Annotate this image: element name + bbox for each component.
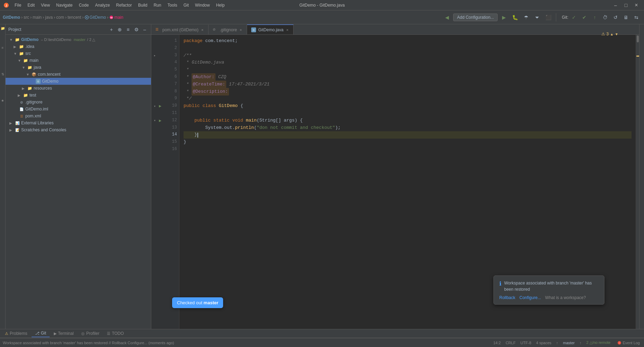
breadcrumb-java[interactable]: java xyxy=(45,15,53,20)
git-label: Git: xyxy=(562,15,568,20)
tree-item-test[interactable]: ▶ 📁 test xyxy=(6,92,151,99)
breadcrumb-com[interactable]: com xyxy=(56,15,64,20)
ln-13: 13 xyxy=(166,124,177,132)
fold-arrow-12[interactable]: ▾ xyxy=(152,117,158,124)
menu-refactor[interactable]: Refactor xyxy=(113,2,135,8)
vcs-icon[interactable]: ↑ xyxy=(555,341,560,345)
tree-item-main[interactable]: ▼ 📁 main xyxy=(6,57,151,64)
checkout-badge: Checked out master xyxy=(172,297,223,308)
tool-structure-icon[interactable]: ≡ xyxy=(0,45,5,50)
tab-gitdemo-close[interactable]: × xyxy=(286,27,289,32)
breadcrumb-tencent[interactable]: tencent xyxy=(68,15,81,20)
code-line-13: System.out.println("don not commit and c… xyxy=(184,124,632,132)
menu-code[interactable]: Code xyxy=(76,2,92,8)
tool-favorites-icon[interactable]: ★ xyxy=(0,98,5,103)
delta-status[interactable]: 2 △/no remote xyxy=(585,340,612,345)
window-title: GitDemo - GitDemo.java xyxy=(299,3,345,8)
tree-item-pom[interactable]: ☰ pom.xml xyxy=(6,113,151,119)
event-log-button[interactable]: ! Event Log xyxy=(616,341,641,345)
menu-file[interactable]: File xyxy=(12,2,24,8)
panel-expand-button[interactable]: ≡ xyxy=(125,26,132,33)
tab-gitignore[interactable]: ⊘ .gitignore × xyxy=(209,24,247,34)
project-panel: Project + ⊕ ≡ ⚙ – ▼ 📁 GitDemo – D:\test\… xyxy=(6,24,151,329)
line-ending[interactable]: CRLF xyxy=(504,341,517,345)
menu-run[interactable]: Run xyxy=(151,2,164,8)
git-push-button[interactable]: ↑ xyxy=(590,13,600,22)
tool-pullreq-icon[interactable]: ⇅ xyxy=(0,72,5,76)
run-button[interactable]: ▶ xyxy=(499,13,509,22)
tree-item-gitdemo-root[interactable]: ▼ 📁 GitDemo – D:\test\GitDemo master / 2… xyxy=(6,36,151,43)
menu-help[interactable]: Help xyxy=(213,2,228,8)
tree-item-idea[interactable]: ▶ 📁 .idea xyxy=(6,43,151,50)
git-translate-button[interactable]: ⇆ xyxy=(632,13,641,22)
fold-arrow-10[interactable]: ▾ xyxy=(152,102,158,110)
bottom-tab-git[interactable]: ⎇ Git xyxy=(32,330,50,337)
java-tab-icon: G xyxy=(251,27,256,32)
more-run-button[interactable]: ⏷ xyxy=(532,13,542,22)
tab-gitdemo-java[interactable]: G GitDemo.java × xyxy=(247,24,294,34)
panel-add-button[interactable]: + xyxy=(108,26,115,33)
tree-item-external-libs[interactable]: ▶ 📊 External Libraries xyxy=(6,119,151,126)
menu-git[interactable]: Git xyxy=(181,2,192,8)
tab-pom-xml[interactable]: ☰ pom.xml (GitDemo) × xyxy=(151,24,209,34)
run-indicator-10[interactable]: ▶ xyxy=(159,102,163,110)
bottom-tab-profiler[interactable]: ◎ Profiler xyxy=(78,330,103,337)
tree-item-resources[interactable]: ▶ 📁 resources xyxy=(6,85,151,92)
run-config-button[interactable]: Add Configuration... xyxy=(453,14,498,21)
breadcrumb-project[interactable]: GitDemo xyxy=(3,15,20,20)
tree-item-com-tencent[interactable]: ▼ 📦 com.tencent xyxy=(6,71,151,78)
fold-arrow-3[interactable]: ▸ xyxy=(152,52,158,59)
menu-window[interactable]: Window xyxy=(192,2,213,8)
tree-item-gitdemo-java[interactable]: G GitDemo xyxy=(6,78,151,85)
bottom-tab-todo[interactable]: ☰ TODO xyxy=(103,330,127,337)
run-indicator-12[interactable]: ▶ xyxy=(159,117,163,124)
configure-link[interactable]: Configure... xyxy=(519,295,541,300)
breadcrumb-main[interactable]: main xyxy=(33,15,42,20)
tree-item-gitignore[interactable]: ⊘ .gitignore xyxy=(6,99,151,106)
nav-back-button[interactable]: ◀ xyxy=(442,13,452,22)
tree-item-src[interactable]: ▼ 📁 src xyxy=(6,50,151,57)
git-check-button[interactable]: ✓ xyxy=(569,13,579,22)
info-icon: ℹ xyxy=(499,280,501,287)
push-icon[interactable]: ↑ xyxy=(578,341,583,345)
panel-scroll-button[interactable]: ⊕ xyxy=(116,26,123,33)
fold-slot-9 xyxy=(152,95,158,102)
breadcrumb-main-method[interactable]: m main xyxy=(109,15,123,20)
encoding[interactable]: UTF-8 xyxy=(519,341,533,345)
tree-item-java[interactable]: ▼ 📁 java xyxy=(6,64,151,71)
branch-status[interactable]: master xyxy=(562,341,576,345)
panel-gear-button[interactable]: ⚙ xyxy=(133,26,140,33)
breadcrumb-src[interactable]: src xyxy=(24,15,29,20)
bottom-tab-terminal[interactable]: ▶ Terminal xyxy=(50,330,77,337)
close-button[interactable]: × xyxy=(632,2,641,9)
menu-analyze[interactable]: Analyze xyxy=(92,2,113,8)
menu-view[interactable]: View xyxy=(38,2,53,8)
stop-button[interactable]: ⬛ xyxy=(543,13,553,22)
tab-pom-close[interactable]: × xyxy=(201,27,204,32)
breadcrumb-gitdemo[interactable]: GitDemo xyxy=(85,15,106,20)
vertical-scrollbar[interactable] xyxy=(636,35,639,329)
rollback-link[interactable]: Rollback xyxy=(499,295,515,300)
cursor-position[interactable]: 14:2 xyxy=(492,341,502,345)
tab-gitignore-close[interactable]: × xyxy=(239,27,243,32)
panel-hide-button[interactable]: – xyxy=(141,26,148,33)
bottom-tab-problems[interactable]: ⚠ Problems xyxy=(1,330,31,337)
minimize-button[interactable]: – xyxy=(611,2,620,9)
git-history-button[interactable]: ⏱ xyxy=(600,13,610,22)
git-rollback-button[interactable]: ↺ xyxy=(611,13,620,22)
git-remote-button[interactable]: 🖥 xyxy=(621,13,631,22)
debug-button[interactable]: 🐛 xyxy=(510,13,520,22)
git-tick-button[interactable]: ✔ xyxy=(579,13,589,22)
menu-navigate[interactable]: Navigate xyxy=(53,2,75,8)
tree-item-gitdemo-iml[interactable]: 📄 GitDemo.iml xyxy=(6,106,151,113)
scroll-thumb[interactable] xyxy=(637,35,639,42)
tree-item-scratches[interactable]: ▶ 📝 Scratches and Consoles xyxy=(6,126,151,133)
run-coverage-button[interactable]: ☂ xyxy=(521,13,531,22)
code-line-11 xyxy=(184,110,632,117)
menu-edit[interactable]: Edit xyxy=(25,2,37,8)
menu-build[interactable]: Build xyxy=(135,2,150,8)
indent-setting[interactable]: 4 spaces xyxy=(535,341,553,345)
menu-tools[interactable]: Tools xyxy=(165,2,180,8)
maximize-button[interactable]: □ xyxy=(621,2,631,9)
tool-project-icon[interactable]: 📁 xyxy=(0,26,5,31)
